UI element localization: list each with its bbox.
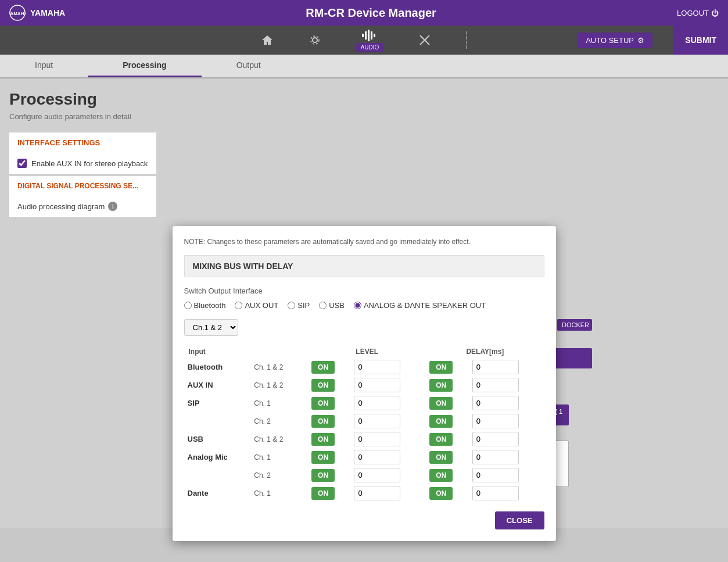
level-input-6[interactable]: [354, 468, 400, 482]
level-input-3[interactable]: [354, 414, 400, 428]
delay-input-2[interactable]: [472, 396, 519, 410]
delay-on-btn-3[interactable]: ON: [429, 415, 453, 428]
modal-footer: CLOSE: [184, 511, 544, 529]
cell-delay-on-1[interactable]: ON: [426, 376, 468, 394]
tab-input[interactable]: Input: [0, 55, 88, 77]
nav-settings[interactable]: [309, 34, 321, 46]
cell-level-on-6[interactable]: ON: [308, 466, 350, 484]
level-on-btn-2[interactable]: ON: [311, 397, 335, 410]
radio-bluetooth[interactable]: Bluetooth: [184, 301, 226, 310]
cell-delay-val-2[interactable]: [469, 394, 544, 412]
table-row: AUX IN Ch. 1 & 2 ON ON: [184, 376, 544, 394]
radio-analog-dante-input[interactable]: [354, 302, 361, 309]
cell-delay-on-2[interactable]: ON: [426, 394, 468, 412]
cell-delay-val-4[interactable]: [469, 430, 544, 448]
cell-delay-val-0[interactable]: [469, 358, 544, 376]
cell-delay-val-3[interactable]: [469, 412, 544, 430]
cell-level-val-2[interactable]: [350, 394, 426, 412]
cell-level-on-2[interactable]: ON: [308, 394, 350, 412]
delay-input-7[interactable]: [472, 486, 519, 500]
delay-input-0[interactable]: [472, 360, 519, 374]
level-input-5[interactable]: [354, 450, 400, 464]
tab-output[interactable]: Output: [202, 55, 296, 77]
svg-rect-7: [371, 31, 372, 40]
table-row: Analog Mic Ch. 1 ON ON: [184, 448, 544, 466]
level-input-1[interactable]: [354, 378, 400, 392]
radio-aux-out-input[interactable]: [235, 302, 242, 309]
radio-sip[interactable]: SIP: [288, 301, 310, 310]
cell-level-on-1[interactable]: ON: [308, 376, 350, 394]
delay-input-3[interactable]: [472, 414, 519, 428]
delay-on-btn-4[interactable]: ON: [429, 433, 453, 446]
level-on-btn-6[interactable]: ON: [311, 469, 335, 482]
cell-level-on-5[interactable]: ON: [308, 448, 350, 466]
delay-on-btn-6[interactable]: ON: [429, 469, 453, 482]
cell-level-val-1[interactable]: [350, 376, 426, 394]
cell-delay-val-1[interactable]: [469, 376, 544, 394]
submit-button[interactable]: SUBMIT: [673, 26, 728, 55]
cell-level-val-5[interactable]: [350, 448, 426, 466]
logout-icon: ⏻: [711, 9, 719, 17]
level-on-btn-0[interactable]: ON: [311, 361, 335, 374]
cell-delay-on-3[interactable]: ON: [426, 412, 468, 430]
cell-level-on-0[interactable]: ON: [308, 358, 350, 376]
cell-delay-on-7[interactable]: ON: [426, 484, 468, 502]
tab-processing[interactable]: Processing: [88, 55, 201, 77]
cell-delay-on-6[interactable]: ON: [426, 466, 468, 484]
radio-bluetooth-input[interactable]: [184, 302, 192, 309]
radio-usb-input[interactable]: [319, 302, 327, 309]
delay-on-btn-0[interactable]: ON: [429, 361, 453, 374]
level-on-btn-5[interactable]: ON: [311, 451, 335, 464]
level-input-4[interactable]: [354, 432, 400, 446]
delay-input-5[interactable]: [472, 450, 519, 464]
level-on-btn-3[interactable]: ON: [311, 415, 335, 428]
cell-level-on-7[interactable]: ON: [308, 484, 350, 502]
close-button[interactable]: CLOSE: [495, 511, 544, 529]
radio-usb[interactable]: USB: [319, 301, 345, 310]
cell-delay-on-0[interactable]: ON: [426, 358, 468, 376]
col-header-delay: DELAY[ms]: [426, 345, 544, 358]
modal-note: NOTE: Changes to these parameters are au…: [184, 238, 544, 246]
cell-level-val-0[interactable]: [350, 358, 426, 376]
cell-channel-6: Ch. 2: [250, 466, 308, 484]
channel-select[interactable]: Ch.1 & 2 Ch.3 & 4: [184, 319, 238, 336]
delay-on-btn-1[interactable]: ON: [429, 379, 453, 392]
cell-delay-val-6[interactable]: [469, 466, 544, 484]
nav-audio[interactable]: AUDIO: [356, 29, 384, 52]
radio-aux-out[interactable]: AUX OUT: [235, 301, 278, 310]
cell-delay-on-4[interactable]: ON: [426, 430, 468, 448]
delay-input-6[interactable]: [472, 468, 519, 482]
logout-button[interactable]: LOGOUT ⏻: [677, 9, 719, 17]
level-input-7[interactable]: [354, 486, 400, 500]
delay-on-btn-5[interactable]: ON: [429, 451, 453, 464]
delay-input-4[interactable]: [472, 432, 519, 446]
cell-level-val-4[interactable]: [350, 430, 426, 448]
table-row: Ch. 2 ON ON: [184, 466, 544, 484]
nav-home[interactable]: [261, 34, 274, 46]
delay-on-btn-2[interactable]: ON: [429, 397, 453, 410]
delay-on-btn-7[interactable]: ON: [429, 487, 453, 500]
cell-level-on-3[interactable]: ON: [308, 412, 350, 430]
cell-delay-val-5[interactable]: [469, 448, 544, 466]
cell-level-val-3[interactable]: [350, 412, 426, 430]
cell-delay-val-7[interactable]: [469, 484, 544, 502]
auto-setup-gear-icon: ⚙: [637, 36, 644, 45]
cell-level-on-4[interactable]: ON: [308, 430, 350, 448]
level-on-btn-1[interactable]: ON: [311, 379, 335, 392]
radio-sip-input[interactable]: [288, 302, 295, 309]
auto-setup-button[interactable]: AUTO SETUP ⚙: [578, 33, 652, 48]
yamaha-logo-icon: YAMAHA: [9, 5, 26, 21]
home-icon: [261, 34, 274, 46]
level-input-2[interactable]: [354, 396, 400, 410]
nav-tools[interactable]: [418, 34, 431, 46]
cell-channel-3: Ch. 2: [250, 412, 308, 430]
level-on-btn-7[interactable]: ON: [311, 487, 335, 500]
level-on-btn-4[interactable]: ON: [311, 433, 335, 446]
cell-level-val-6[interactable]: [350, 466, 426, 484]
delay-input-1[interactable]: [472, 378, 519, 392]
svg-rect-4: [362, 34, 364, 37]
level-input-0[interactable]: [354, 360, 400, 374]
cell-delay-on-5[interactable]: ON: [426, 448, 468, 466]
cell-level-val-7[interactable]: [350, 484, 426, 502]
radio-analog-dante[interactable]: ANALOG & DANTE SPEAKER OUT: [354, 301, 486, 310]
